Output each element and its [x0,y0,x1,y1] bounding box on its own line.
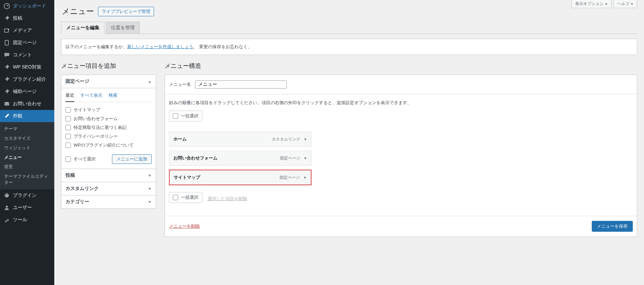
main-content: 表示オプション▼ ヘルプ▼ メニュー ライブプレビューで管理 メニューを編集 位… [54,0,644,285]
sidebar-label: コメント [13,52,32,58]
sidebar-submenu-appearance: テーマ カスタマイズ ウィジェット メニュー 背景 テーマファイルエディター [0,122,54,189]
page-item[interactable]: WPのプラグイン紹介について [65,141,152,150]
menu-item-sitemap[interactable]: サイトマップ 固定ページ ▼ [169,170,311,185]
tab-edit-menu[interactable]: メニューを編集 [61,22,105,34]
sidebar-label: 補助ページ [13,89,37,95]
sidebar-label: プラグイン紹介 [13,76,46,82]
submenu-themes[interactable]: テーマ [0,124,54,134]
bulk-select-bottom[interactable]: 一括選択 [169,192,202,203]
pin-icon [3,15,10,22]
pin-icon [3,76,10,83]
sidebar-item-dashboard[interactable]: ダッシュボード [0,0,54,12]
screen-options-button[interactable]: 表示オプション▼ [571,0,611,8]
plugin-icon [3,192,10,199]
submenu-menus[interactable]: メニュー [0,153,54,162]
add-to-menu-button[interactable]: メニューに追加 [112,154,152,164]
add-menu-items-column: メニュー項目を追加 固定ページ ▲ 最近 すべて表示 検索 サイトマップ お問い… [61,62,156,209]
chevron-up-icon: ▲ [148,79,152,83]
sidebar-item-plugins[interactable]: プラグイン [0,189,54,202]
chevron-down-icon[interactable]: ▼ [303,176,307,179]
tab-view-all[interactable]: すべて表示 [80,92,102,102]
page-checkbox[interactable] [65,134,71,139]
page-title: メニュー [62,6,94,17]
structure-help-text: 好みの順番に各項目をドラッグしてください。項目の右側の矢印をクリックすると、追加… [169,100,633,106]
pin-icon [3,64,10,71]
tab-search[interactable]: 検索 [109,92,117,102]
chevron-down-icon: ▼ [148,187,152,191]
bulk-select-checkbox[interactable] [173,113,178,119]
svg-point-2 [8,29,9,30]
sidebar-item-contact[interactable]: お問い合わせ [0,98,54,110]
delete-menu-link[interactable]: メニューを削除 [169,223,200,229]
page-checkbox[interactable] [65,142,71,148]
page-item[interactable]: お問い合わせフォーム [65,114,152,123]
accordion-pages: 固定ページ ▲ 最近 すべて表示 検索 サイトマップ お問い合わせフォーム 特定… [61,75,156,169]
tab-recent[interactable]: 最近 [65,92,74,102]
media-icon [3,27,10,34]
chevron-down-icon[interactable]: ▼ [304,137,307,141]
submenu-background[interactable]: 背景 [0,162,54,172]
bulk-select-checkbox[interactable] [173,195,178,200]
sidebar-item-posts[interactable]: 投稿 [0,12,54,24]
sidebar-item-aux-page[interactable]: 補助ページ [0,86,54,98]
live-preview-button[interactable]: ライブプレビューで管理 [98,7,154,16]
sidebar-item-appearance[interactable]: 外観 [0,110,54,122]
page-checkbox[interactable] [65,107,71,113]
chevron-down-icon: ▼ [605,2,608,6]
page-checkbox[interactable] [65,116,71,121]
page-item[interactable]: プライバシーポリシー [65,132,152,141]
save-menu-button[interactable]: メニューを保存 [592,221,633,232]
svg-rect-3 [5,40,8,45]
menu-name-input[interactable] [195,80,287,89]
accordion-categories: カテゴリー ▼ [61,195,156,209]
pages-inner-tabs: 最近 すべて表示 検索 [65,92,152,102]
comment-icon [3,52,10,58]
create-menu-link[interactable]: 新しいメニューを作成しましょう [127,44,193,49]
chevron-down-icon: ▼ [630,2,633,6]
menu-name-label: メニュー名 [169,81,191,88]
submenu-widgets[interactable]: ウィジェット [0,143,54,153]
menu-structure-column: メニュー構造 メニュー名 好みの順番に各項目をドラッグしてください。項目の右側の… [165,62,637,237]
sidebar-item-pages[interactable]: 固定ページ [0,37,54,49]
select-all[interactable]: すべて選択 [65,156,96,162]
sidebar-item-media[interactable]: メディア [0,24,54,37]
page-checkbox[interactable] [65,125,71,130]
tab-manage-locations[interactable]: 位置を管理 [106,22,140,34]
mail-icon [3,100,10,107]
accordion-custom-links: カスタムリンク ▼ [61,182,156,195]
tool-icon [3,216,10,223]
sidebar-item-tools[interactable]: ツール [0,214,54,226]
page-heading: メニュー ライブプレビューで管理 [61,0,637,22]
page-item[interactable]: サイトマップ [65,106,152,114]
submenu-customize[interactable]: カスタマイズ [0,134,54,143]
sidebar-label: ユーザー [13,205,32,211]
chevron-down-icon[interactable]: ▼ [304,156,307,160]
menu-item-contact-form[interactable]: お問い合わせフォーム 固定ページ ▼ [169,151,311,166]
user-icon [3,204,10,211]
sidebar-label: お問い合わせ [13,101,41,107]
select-all-checkbox[interactable] [65,156,71,162]
page-icon [3,39,10,46]
sidebar-label: ダッシュボード [13,3,46,9]
sidebar-label: プラグイン [13,192,37,198]
bulk-select-top[interactable]: 一括選択 [169,111,202,121]
chevron-down-icon: ▼ [148,200,152,204]
sidebar-item-seo[interactable]: WP SEO対策 [0,61,54,73]
sidebar-item-plugin-intro[interactable]: プラグイン紹介 [0,73,54,86]
sidebar-label: 投稿 [13,15,22,21]
submenu-theme-editor[interactable]: テーマファイルエディター [0,172,54,187]
page-item[interactable]: 特定商取引法に基づく表記 [65,123,152,132]
admin-sidebar: ダッシュボード 投稿 メディア 固定ページ コメント WP SEO対策 プラグイ… [0,0,54,285]
accordion-categories-header[interactable]: カテゴリー ▼ [61,195,156,208]
accordion-pages-header[interactable]: 固定ページ ▲ [61,75,156,88]
sidebar-label: WP SEO対策 [13,64,41,70]
menu-item-home[interactable]: ホーム カスタムリンク ▼ [169,132,311,147]
screen-options-bar: 表示オプション▼ ヘルプ▼ [571,0,637,8]
chevron-down-icon: ▼ [148,173,152,177]
help-button[interactable]: ヘルプ▼ [613,0,637,8]
accordion-posts-header[interactable]: 投稿 ▼ [61,169,156,182]
accordion-custom-links-header[interactable]: カスタムリンク ▼ [61,182,156,195]
sidebar-item-users[interactable]: ユーザー [0,202,54,214]
sidebar-item-comments[interactable]: コメント [0,49,54,61]
sidebar-label: ツール [13,217,27,223]
